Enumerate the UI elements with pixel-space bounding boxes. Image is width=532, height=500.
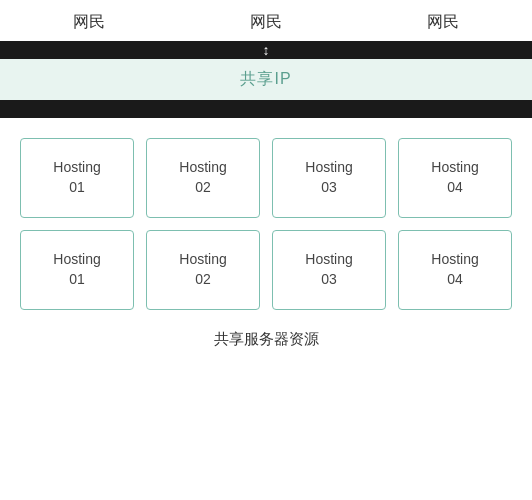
hosting-num-r1-4: 04 bbox=[447, 178, 463, 198]
user-label-3: 网民 bbox=[383, 12, 503, 33]
hosting-name-r1-2: Hosting bbox=[179, 158, 226, 178]
shared-ip-label: 共享IP bbox=[240, 69, 291, 90]
user-label-2: 网民 bbox=[206, 12, 326, 33]
hosting-name-r2-1: Hosting bbox=[53, 250, 100, 270]
hosting-num-r2-1: 01 bbox=[69, 270, 85, 290]
hosting-box-r2-3: Hosting 03 bbox=[272, 230, 386, 310]
hosting-box-r2-1: Hosting 01 bbox=[20, 230, 134, 310]
hosting-name-r1-1: Hosting bbox=[53, 158, 100, 178]
top-black-bar: ↕ bbox=[0, 41, 532, 59]
users-row: 网民 网民 网民 bbox=[0, 0, 532, 41]
hosting-name-r1-4: Hosting bbox=[431, 158, 478, 178]
hosting-num-r1-2: 02 bbox=[195, 178, 211, 198]
hosting-num-r1-1: 01 bbox=[69, 178, 85, 198]
shared-server-label: 共享服务器资源 bbox=[214, 330, 319, 349]
hosting-name-r2-2: Hosting bbox=[179, 250, 226, 270]
hosting-box-r2-2: Hosting 02 bbox=[146, 230, 260, 310]
hosting-name-r2-4: Hosting bbox=[431, 250, 478, 270]
hosting-box-r1-2: Hosting 02 bbox=[146, 138, 260, 218]
servers-section: Hosting 01 Hosting 02 Hosting 03 Hosting… bbox=[0, 118, 532, 500]
hosting-name-r1-3: Hosting bbox=[305, 158, 352, 178]
hosting-grid: Hosting 01 Hosting 02 Hosting 03 Hosting… bbox=[20, 138, 512, 310]
down-arrow-icon: ↕ bbox=[263, 41, 270, 59]
shared-ip-section: 共享IP bbox=[0, 59, 532, 100]
hosting-num-r2-4: 04 bbox=[447, 270, 463, 290]
hosting-box-r1-4: Hosting 04 bbox=[398, 138, 512, 218]
hosting-num-r2-2: 02 bbox=[195, 270, 211, 290]
bottom-black-bar bbox=[0, 100, 532, 118]
user-label-1: 网民 bbox=[29, 12, 149, 33]
hosting-box-r2-4: Hosting 04 bbox=[398, 230, 512, 310]
hosting-name-r2-3: Hosting bbox=[305, 250, 352, 270]
hosting-num-r2-3: 03 bbox=[321, 270, 337, 290]
hosting-num-r1-3: 03 bbox=[321, 178, 337, 198]
hosting-box-r1-3: Hosting 03 bbox=[272, 138, 386, 218]
hosting-box-r1-1: Hosting 01 bbox=[20, 138, 134, 218]
main-container: 网民 网民 网民 ↕ 共享IP Hosting 01 Hosting 02 Ho… bbox=[0, 0, 532, 500]
